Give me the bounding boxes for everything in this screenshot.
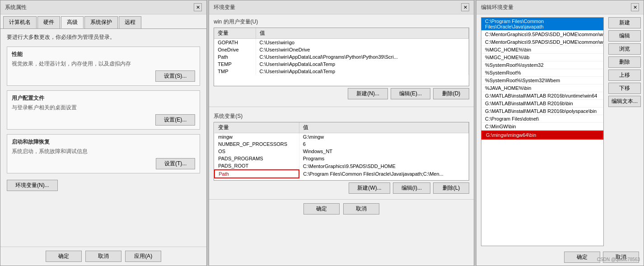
user-var-name: TEMP	[214, 61, 256, 68]
env-vars-ok-btn[interactable]: 确定	[303, 203, 340, 215]
list-item[interactable]: %JAVA_HOME%\bin	[481, 84, 603, 92]
edit-env-side-btn[interactable]: 删除	[608, 56, 641, 68]
env-vars-close-btn[interactable]: ✕	[461, 3, 469, 11]
user-var-row[interactable]: GOPATHC:\Users\win\go	[214, 39, 468, 47]
user-var-value: C:\Users\win\OneDrive	[256, 46, 468, 53]
watermark: CSDN @qasxc78563	[597, 257, 640, 262]
edit-env-ok-btn[interactable]: 确定	[564, 252, 600, 263]
list-item[interactable]: %SystemRoot%\system32	[481, 61, 603, 69]
user-var-value: C:\Users\win\AppData\Local\Temp	[256, 61, 468, 68]
list-item[interactable]: C:\MinGW\bin	[481, 123, 603, 131]
user-vars-section: win 的用户变量(U) 变量 值 GOPATHC:\Users\win\goO…	[209, 14, 474, 105]
edit-env-side-btn[interactable]: 新建	[608, 17, 641, 28]
list-item[interactable]: %MGC_HOME%\lib	[481, 54, 603, 61]
performance-settings-btn[interactable]: 设置(S)...	[155, 70, 195, 82]
sys-var-name: mingw	[215, 133, 299, 141]
list-item[interactable]: C:\MentorGraphics\9.5PADS\SDD_HOME\commo…	[481, 38, 603, 46]
env-vars-titlebar: 环境变量 ✕	[209, 0, 474, 14]
sys-vars-edit-btn[interactable]: 编辑(I)...	[393, 182, 430, 194]
tab-computername[interactable]: 计算机名	[3, 16, 37, 28]
system-props-apply-btn[interactable]: 应用(A)	[125, 251, 161, 262]
sys-vars-col-var: 变量	[215, 122, 299, 133]
edit-env-side-btn[interactable]: 编辑	[608, 30, 641, 42]
tab-system-protection[interactable]: 系统保护	[84, 16, 118, 28]
env-vars-title: 环境变量	[214, 4, 235, 11]
user-vars-edit-btn[interactable]: 编辑(E)...	[391, 88, 430, 99]
sys-var-name: Path	[215, 170, 299, 178]
startup-recovery-section: 启动和故障恢复 系统启动，系统故障和调试信息 设置(T)...	[7, 134, 200, 173]
user-profile-settings-btn[interactable]: 设置(E)...	[155, 114, 195, 126]
admin-notice: 要进行大多数更改，你必须作为管理员登录。	[7, 33, 200, 41]
list-item[interactable]: %SystemRoot%\System32\Wbem	[481, 77, 603, 84]
user-vars-title: win 的用户变量(U)	[214, 18, 469, 26]
sys-var-row[interactable]: PathC:\Program Files\Common Files\Oracle…	[215, 170, 468, 178]
user-vars-table-container[interactable]: 变量 值 GOPATHC:\Users\win\goOneDriveC:\Use…	[214, 28, 469, 86]
user-vars-col-val: 值	[256, 28, 468, 39]
system-props-content: 要进行大多数更改，你必须作为管理员登录。 性能 视觉效果，处理器计划，内存使用，…	[0, 29, 206, 247]
env-vars-dialog: 环境变量 ✕ win 的用户变量(U) 变量 值 GOPATHC:\Users\…	[209, 0, 474, 266]
sys-var-row[interactable]: OSWindows_NT	[215, 148, 468, 155]
env-variables-btn[interactable]: 环境变量(N)...	[7, 180, 58, 191]
user-vars-btns: 新建(N)... 编辑(E)... 删除(D)	[214, 86, 469, 101]
tab-advanced[interactable]: 高级	[61, 16, 84, 28]
sys-var-name: NUMBER_OF_PROCESSORS	[215, 140, 299, 148]
sys-vars-new-btn[interactable]: 新建(W)...	[349, 182, 390, 194]
sys-var-value: C:\Program Files\Common Files\Oracle\Jav…	[299, 170, 468, 178]
edit-env-close-btn[interactable]: ✕	[631, 3, 639, 11]
sys-vars-section: 系统变量(S) 变量 值 mingwG:\mingwNUMBER_OF_PROC…	[209, 109, 474, 199]
user-var-name: Path	[214, 53, 256, 61]
user-var-row[interactable]: TEMPC:\Users\win\AppData\Local\Temp	[214, 61, 468, 68]
sys-vars-table-container[interactable]: 变量 值 mingwG:\mingwNUMBER_OF_PROCESSORS6O…	[214, 122, 469, 181]
user-profile-section: 用户配置文件 与登录帐户相关的桌面设置 设置(E)...	[7, 90, 200, 130]
sys-vars-delete-btn[interactable]: 删除(L)	[433, 182, 469, 194]
edit-env-side-btns: 新建编辑浏览删除上移下移编辑文本...	[608, 14, 644, 249]
list-item[interactable]: G:\MATLAB\install\MATLAB R2016b\polyspac…	[481, 107, 603, 115]
tab-hardware[interactable]: 硬件	[37, 16, 60, 28]
system-props-titlebar: 系统属性 ✕	[0, 0, 206, 14]
tab-remote[interactable]: 远程	[119, 16, 141, 28]
sys-var-name: PADS_ROOT	[215, 162, 299, 170]
user-var-value: C:\Users\win\go	[256, 39, 468, 47]
user-vars-new-btn[interactable]: 新建(N)...	[348, 88, 388, 99]
edit-env-title: 编辑环境变量	[481, 4, 513, 11]
startup-recovery-settings-btn[interactable]: 设置(T)...	[156, 158, 195, 169]
system-props-cancel-btn[interactable]: 取消	[85, 251, 121, 262]
user-var-value: C:\Users\win\AppData\Local\Programs\Pyth…	[256, 53, 468, 61]
sys-vars-btns: 新建(W)... 编辑(I)... 删除(L)	[214, 181, 469, 196]
sys-var-row[interactable]: NUMBER_OF_PROCESSORS6	[215, 140, 468, 148]
list-item[interactable]: %MGC_HOME%\bin	[481, 46, 603, 54]
sys-var-value: 6	[299, 140, 468, 148]
user-profile-label: 用户配置文件	[12, 94, 195, 102]
system-props-ok-btn[interactable]: 确定	[46, 251, 82, 262]
performance-desc: 视觉效果，处理器计划，内存使用，以及虚拟内存	[12, 60, 195, 68]
edit-env-list[interactable]: C:\Program Files\Common Files\Oracle\Jav…	[481, 17, 604, 246]
sys-var-row[interactable]: mingwG:\mingw	[215, 133, 468, 141]
user-var-row[interactable]: TMPC:\Users\win\AppData\Local\Temp	[214, 68, 468, 75]
edit-env-side-btn[interactable]: 浏览	[608, 43, 641, 55]
edit-env-side-btn[interactable]: 下移	[608, 83, 641, 94]
user-var-row[interactable]: PathC:\Users\win\AppData\Local\Programs\…	[214, 53, 468, 61]
sys-vars-title: 系统变量(S)	[214, 112, 469, 120]
list-item[interactable]: G:\MATLAB\install\MATLAB R2016b\bin	[481, 100, 603, 107]
list-item[interactable]: %SystemRoot%	[481, 69, 603, 77]
env-vars-bottom-btns: 确定 取消	[209, 199, 474, 218]
sys-vars-col-val: 值	[299, 122, 468, 133]
system-props-dialog: 系统属性 ✕ 计算机名 硬件 高级 系统保护 远程 要进行大多数更改，你必须作为…	[0, 0, 207, 266]
sys-var-row[interactable]: PADS_ROOTC:\MentorGraphics\9.5PADS\SDD_H…	[215, 162, 468, 170]
env-vars-cancel-btn[interactable]: 取消	[343, 203, 379, 215]
list-item[interactable]: G:\mingw\mingw64\bin	[481, 131, 603, 140]
edit-env-side-btn[interactable]: 上移	[608, 70, 641, 81]
list-item[interactable]: G:\MATLAB\install\MATLAB R2016b\runtime\…	[481, 92, 603, 100]
list-item[interactable]: C:\Program Files\dotnet\	[481, 115, 603, 123]
edit-env-side-btn[interactable]: 编辑文本...	[608, 96, 641, 107]
sys-var-row[interactable]: PADS_PROGRAMSPrograms	[215, 155, 468, 162]
list-item[interactable]: C:\Program Files\Common Files\Oracle\Jav…	[481, 18, 603, 31]
list-item[interactable]: C:\MentorGraphics\9.5PADS\SDD_HOME\commo…	[481, 31, 603, 38]
user-vars-delete-btn[interactable]: 删除(D)	[433, 88, 469, 99]
performance-section: 性能 视觉效果，处理器计划，内存使用，以及虚拟内存 设置(S)...	[7, 47, 200, 86]
system-props-tabs: 计算机名 硬件 高级 系统保护 远程	[0, 14, 206, 29]
user-profile-desc: 与登录帐户相关的桌面设置	[12, 104, 195, 112]
sys-var-value: G:\mingw	[299, 133, 468, 141]
user-var-row[interactable]: OneDriveC:\Users\win\OneDrive	[214, 46, 468, 53]
system-props-close-btn[interactable]: ✕	[194, 3, 202, 11]
